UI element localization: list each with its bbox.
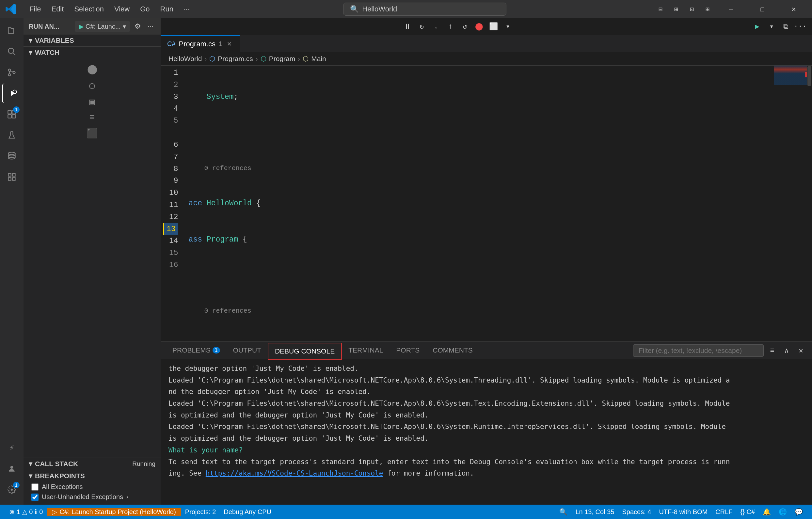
activity-item-accounts[interactable]	[2, 459, 22, 479]
status-cursor[interactable]: Ln 13, Col 35	[571, 508, 618, 516]
activity-item-settings[interactable]: 1	[2, 480, 22, 499]
layout-icon[interactable]: ⊟	[655, 4, 666, 15]
breadcrumb-main[interactable]: Main	[311, 55, 326, 63]
tab-program-cs[interactable]: C# Program.cs 1 ✕	[161, 35, 240, 52]
code-line-1: System;	[189, 91, 769, 103]
comments-label: COMMENTS	[433, 346, 473, 354]
console-link[interactable]: https://aka.ms/VSCode-CS-LaunchJson-Cons…	[206, 469, 383, 477]
spaces-label: Spaces: 4	[622, 508, 651, 516]
run-button[interactable]: ▶	[751, 20, 764, 33]
status-language[interactable]: {} C#	[736, 508, 759, 516]
debug-config-select[interactable]: ▶ C#: Launc... ▾	[75, 21, 130, 32]
settings-badge: 1	[13, 482, 20, 488]
bp-expand-icon[interactable]: ›	[126, 494, 128, 500]
debug-icon-2[interactable]: ◯	[89, 80, 95, 91]
debug-icon-1[interactable]: ⬤	[87, 64, 97, 75]
tab-output[interactable]: OUTPUT	[227, 342, 268, 359]
status-spaces[interactable]: Spaces: 4	[618, 508, 655, 516]
chevron-down-icon-cs: ▾	[29, 460, 32, 468]
menu-more[interactable]: ···	[179, 4, 194, 15]
debug-more-options[interactable]: ▾	[501, 20, 515, 33]
code-content[interactable]: System; 0 references ace HelloWorld { as…	[183, 66, 774, 341]
tab-comments[interactable]: COMMENTS	[426, 342, 479, 359]
status-eol[interactable]: CRLF	[712, 508, 736, 516]
scrollbar-thumb[interactable]	[807, 66, 811, 86]
status-debug-target[interactable]: Debug Any CPU	[220, 508, 275, 516]
console-line-3: nd the debugger option 'Just My Code' is…	[169, 386, 804, 398]
status-encoding[interactable]: UTF-8 with BOM	[655, 508, 712, 516]
activity-item-unknown[interactable]	[2, 167, 22, 187]
customize-layout-icon[interactable]: ⊞	[702, 4, 713, 15]
variables-header[interactable]: ▾ VARIABLES	[24, 35, 161, 46]
tab-debug-console[interactable]: DEBUG CONSOLE	[268, 343, 342, 360]
panel-collapse-icon[interactable]: ∧	[781, 345, 792, 356]
split-editor-icon[interactable]: ⊞	[671, 4, 682, 15]
run-dropdown[interactable]: ▾	[765, 20, 778, 33]
panel-list-icon[interactable]: ≡	[766, 345, 778, 356]
debug-breakpoints-button[interactable]: ⬜	[487, 20, 500, 33]
activity-item-extensions[interactable]: 1	[2, 105, 22, 124]
split-editor-button[interactable]: ⧉	[779, 20, 792, 33]
close-button[interactable]: ✕	[781, 0, 807, 18]
menu-view[interactable]: View	[110, 4, 134, 15]
status-search[interactable]: 🔍	[555, 508, 571, 516]
debug-step-out-button[interactable]: ↑	[444, 20, 457, 33]
vscode-icon	[5, 3, 17, 15]
breadcrumb-programcs[interactable]: Program.cs	[218, 55, 253, 63]
activity-item-source-control[interactable]	[2, 63, 22, 82]
activity-item-remote[interactable]: ⚡	[2, 438, 22, 458]
debug-step-over-button[interactable]: ↻	[415, 20, 428, 33]
activity-bar: 1 ⚡ 1	[0, 18, 24, 504]
watch-header[interactable]: ▾ WATCH	[24, 47, 161, 58]
status-projects-label: Projects: 2	[185, 508, 216, 516]
status-feedback[interactable]: 💬	[791, 508, 807, 516]
tab-problems[interactable]: PROBLEMS 1	[166, 342, 227, 359]
menu-go[interactable]: Go	[136, 4, 154, 15]
breadcrumb-method-icon: ⬡	[303, 55, 309, 63]
menu-selection[interactable]: Selection	[69, 4, 108, 15]
debug-icon-3[interactable]: ▣	[89, 96, 95, 107]
debug-icon-4[interactable]: ≡	[89, 113, 95, 123]
console-filter-input[interactable]	[633, 344, 764, 357]
debug-more-button[interactable]: ···	[146, 21, 155, 32]
tab-close-button[interactable]: ✕	[226, 40, 233, 48]
editor-more-button[interactable]: ···	[794, 20, 807, 33]
debug-stop-button[interactable]: ⬤	[473, 20, 486, 33]
activity-item-database[interactable]	[2, 146, 22, 166]
debug-icon-5[interactable]: ⬛	[87, 128, 98, 139]
call-stack-header[interactable]: ▾ CALL STACK Running	[24, 458, 161, 470]
menu-run[interactable]: Run	[156, 4, 178, 15]
bp-all-exceptions-checkbox[interactable]	[31, 483, 38, 491]
status-errors-warnings[interactable]: ⊗ 1 △ 0 ℹ 0	[5, 508, 47, 516]
terminal-label: TERMINAL	[348, 346, 383, 354]
activity-item-search[interactable]	[2, 42, 22, 61]
activity-item-testing[interactable]	[2, 125, 22, 145]
status-notifications[interactable]: 🔔	[759, 508, 775, 516]
breadcrumb-program[interactable]: Program	[269, 55, 295, 63]
breakpoints-header[interactable]: ▾ BREAKPOINTS	[24, 470, 161, 482]
activity-item-run-debug[interactable]	[2, 84, 22, 103]
panel-content[interactable]: the debugger option 'Just My Code' is en…	[161, 359, 812, 504]
tab-ports[interactable]: PORTS	[389, 342, 426, 359]
scrollbar[interactable]	[807, 66, 812, 341]
variables-label: VARIABLES	[35, 36, 74, 45]
debug-restart-button[interactable]: ↺	[458, 20, 471, 33]
menu-file[interactable]: File	[25, 4, 46, 15]
debug-step-into-button[interactable]: ↓	[430, 20, 443, 33]
debug-settings-button[interactable]: ⚙	[133, 21, 143, 32]
restore-button[interactable]: ❐	[749, 0, 776, 18]
panel-close-icon[interactable]: ✕	[795, 345, 807, 356]
activity-item-explorer[interactable]	[2, 21, 22, 40]
status-debug-config[interactable]: ▷ C#: Launch Startup Project (HelloWorld…	[47, 508, 181, 516]
minimize-button[interactable]: —	[718, 0, 744, 18]
menu-edit[interactable]: Edit	[47, 4, 68, 15]
bp-user-unhandled-checkbox[interactable]	[31, 494, 38, 501]
command-palette[interactable]: 🔍 HelloWorld	[343, 3, 506, 16]
status-remote[interactable]: 🌐	[775, 508, 791, 516]
debug-continue-button[interactable]: ⏸	[401, 20, 414, 33]
debug-toolbar: RUN AN... ▶ C#: Launc... ▾ ⚙ ···	[24, 18, 161, 35]
tab-terminal[interactable]: TERMINAL	[342, 342, 389, 359]
status-projects[interactable]: Projects: 2	[181, 508, 220, 516]
panel-icon[interactable]: ⊡	[687, 4, 697, 15]
breadcrumb-helloworld[interactable]: HelloWorld	[169, 55, 202, 63]
